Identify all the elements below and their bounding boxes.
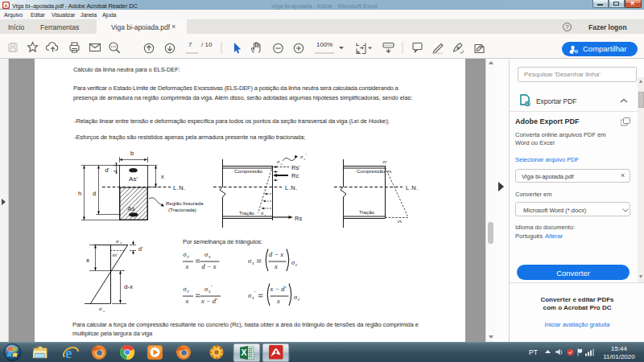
svg-text:s: s (208, 254, 211, 259)
svg-text:c: c (120, 241, 122, 245)
svg-text:Compressão: Compressão (357, 168, 386, 174)
svg-text:h: h (78, 190, 81, 197)
svg-text:σ: σ (261, 210, 264, 216)
svg-text:15:44: 15:44 (611, 345, 628, 352)
svg-text:L.N.: L.N. (406, 184, 419, 191)
svg-text:Compressão: Compressão (234, 168, 263, 174)
svg-text:σ: σ (99, 306, 102, 312)
svg-text:x: x (276, 297, 280, 305)
svg-text:x: x (185, 262, 189, 270)
svg-text:d-x: d-x (124, 283, 133, 290)
svg-text:x − d': x − d' (200, 297, 217, 305)
svg-text:x: x (86, 257, 89, 264)
svg-text:s: s (103, 309, 105, 313)
svg-text:c: c (188, 254, 190, 259)
svg-text:': ' (306, 153, 307, 158)
svg-text:L.N.: L.N. (173, 184, 186, 191)
svg-text:': ' (254, 290, 256, 296)
svg-text:e: e (65, 344, 72, 361)
svg-text:d − x: d − x (202, 262, 217, 270)
svg-text:s: s (252, 261, 254, 265)
svg-text:c: c (298, 297, 300, 302)
svg-text:x: x (185, 297, 189, 305)
svg-text:A: A (5, 3, 8, 8)
svg-text:c: c (295, 262, 298, 267)
svg-text:εc: εc (383, 158, 388, 164)
svg-text:': ' (211, 284, 213, 290)
svg-text:(Tracionada): (Tracionada) (168, 207, 196, 212)
svg-text:As: As (127, 205, 134, 212)
svg-text:L.N.: L.N. (285, 184, 298, 191)
svg-text:σ: σ (277, 158, 280, 164)
svg-text:d': d' (105, 167, 109, 174)
svg-text:As': As' (129, 175, 138, 183)
svg-text:b: b (130, 150, 134, 157)
svg-text:d − x: d − x (269, 250, 283, 258)
svg-text:εs: εs (398, 218, 402, 224)
svg-text:Rs': Rs' (291, 164, 300, 171)
svg-text:c: c (188, 289, 190, 294)
svg-text:x: x (274, 262, 278, 270)
svg-text:s: s (265, 213, 266, 217)
svg-text:Rs: Rs (295, 215, 302, 222)
svg-text:Tração: Tração (239, 210, 255, 216)
svg-text:Rc: Rc (291, 172, 299, 179)
svg-text:Tração: Tração (359, 209, 375, 215)
svg-text:x: x (161, 173, 164, 180)
svg-text:x − d': x − d' (270, 285, 287, 293)
svg-text:PT: PT (529, 348, 538, 356)
svg-text:σs': σs' (113, 253, 118, 257)
svg-text:11/01/2020: 11/01/2020 (603, 353, 635, 360)
svg-text:c: c (281, 162, 283, 166)
svg-text:σ: σ (300, 154, 303, 159)
svg-text:d': d' (138, 246, 142, 252)
svg-text:X: X (242, 348, 247, 357)
svg-text:σ: σ (116, 238, 119, 245)
svg-text:d: d (93, 190, 96, 197)
svg-text:Região fissurada: Região fissurada (166, 200, 204, 206)
